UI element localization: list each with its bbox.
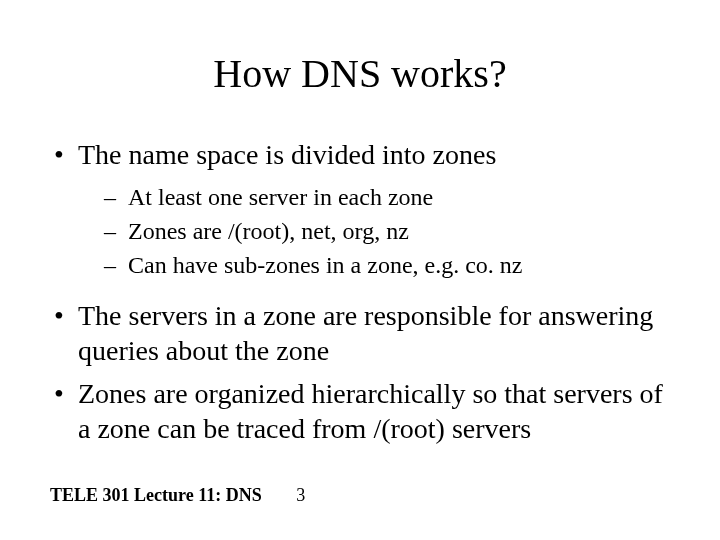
list-item: Zones are /(root), net, org, nz [78,216,670,246]
bullet-text: Zones are /(root), net, org, nz [128,218,409,244]
bullet-text: The name space is divided into zones [78,139,496,170]
slide: How DNS works? The name space is divided… [0,0,720,540]
list-item: Can have sub-zones in a zone, e.g. co. n… [78,250,670,280]
bullet-text: The servers in a zone are responsible fo… [78,300,653,366]
bullet-text: Can have sub-zones in a zone, e.g. co. n… [128,252,523,278]
list-item: At least one server in each zone [78,182,670,212]
bullet-text: Zones are organized hierarchically so th… [78,378,663,444]
footer-label: TELE 301 Lecture 11: DNS [50,485,262,505]
list-item: The name space is divided into zones At … [50,137,670,280]
list-item: The servers in a zone are responsible fo… [50,298,670,368]
slide-footer: TELE 301 Lecture 11: DNS 3 [50,485,305,506]
slide-title: How DNS works? [50,50,670,97]
list-item: Zones are organized hierarchically so th… [50,376,670,446]
sub-bullet-list: At least one server in each zone Zones a… [78,182,670,280]
bullet-text: At least one server in each zone [128,184,433,210]
bullet-list: The name space is divided into zones At … [50,137,670,446]
page-number: 3 [296,485,305,505]
